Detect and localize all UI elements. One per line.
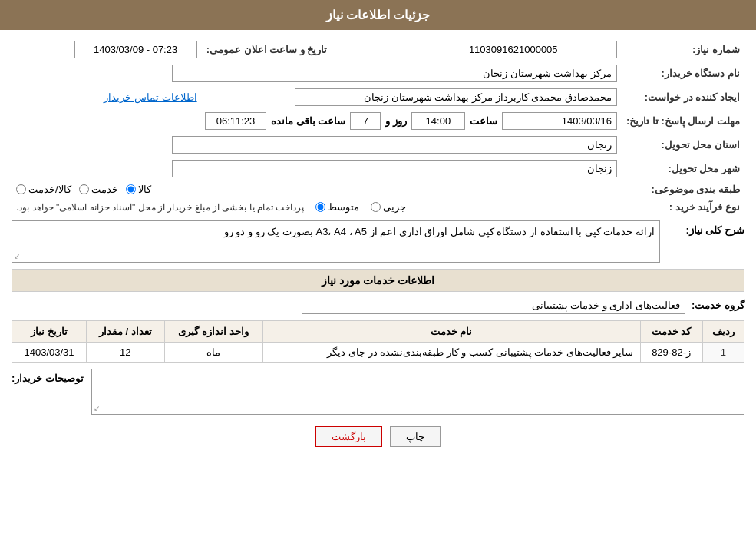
main-info-table: شماره نیاز: 1103091621000005 تاریخ و ساع… [12, 38, 744, 216]
resize-handle: ↙ [94, 404, 100, 412]
category-kala-label: کالا [138, 184, 151, 195]
category-kala-radio[interactable] [126, 184, 136, 194]
purchase-note: پرداخت تمام یا بخشی از مبلغ خریدار از مح… [16, 202, 304, 213]
city-label: شهر محل تحویل: [622, 157, 744, 181]
col-service-name: نام خدمت [262, 321, 640, 343]
category-khidmat-label: خدمت [91, 184, 118, 195]
col-row-num: ردیف [702, 321, 744, 343]
general-desc-box: ارائه خدمات کپی با استفاده از دستگاه کپی… [12, 220, 660, 263]
deadline-day-label: روز و [385, 115, 407, 127]
creator-value: محمدصادق محمدی کاربرداز مرکز بهداشت شهرس… [295, 88, 617, 106]
back-button[interactable]: بازگشت [315, 426, 382, 447]
cell-unit: ماه [164, 343, 262, 363]
buyer-notes-section: توصیحات خریدار: ↙ [12, 369, 744, 415]
page-title: جزئیات اطلاعات نیاز [326, 8, 431, 22]
general-desc-label: شرح کلی نیاز: [668, 220, 744, 236]
cell-date: 1403/03/31 [12, 343, 87, 363]
purchase-mutavasit-label: متوسط [328, 201, 359, 213]
deadline-remaining-label: ساعت باقی مانده [271, 115, 345, 127]
deadline-days: 7 [350, 112, 381, 130]
cell-row-num: 1 [702, 343, 744, 363]
general-desc-section: شرح کلی نیاز: ارائه خدمات کپی با استفاده… [12, 220, 744, 263]
purchase-jozyi-radio[interactable] [371, 202, 381, 212]
service-group-label: گروه خدمت: [692, 300, 744, 311]
table-row: 1 ز-82-829 سایر فعالیت‌های خدمات پشتیبان… [12, 343, 744, 363]
category-kala-khidmat-label: کالا/خدمت [28, 184, 71, 195]
deadline-remaining: 06:11:23 [205, 112, 266, 130]
category-kala-khidmat[interactable]: کالا/خدمت [16, 184, 71, 195]
need-number-label: شماره نیاز: [622, 38, 744, 61]
creator-label: ایجاد کننده در خواست: [622, 85, 744, 109]
buyer-org-value: مرکز بهداشت شهرستان زنجان [172, 65, 617, 82]
purchase-type-label: نوع فرآیند خرید : [622, 198, 744, 216]
general-desc-value: ارائه خدمات کپی با استفاده از دستگاه کپی… [224, 226, 655, 237]
page-header: جزئیات اطلاعات نیاز [0, 0, 756, 30]
province-value: زنجان [172, 136, 617, 154]
deadline-time: 14:00 [411, 112, 465, 130]
buyer-org-label: نام دستگاه خریدار: [622, 61, 744, 85]
col-quantity: تعداد / مقدار [87, 321, 164, 343]
footer-buttons: چاپ بازگشت [12, 426, 744, 447]
category-kala-khidmat-radio[interactable] [16, 184, 26, 194]
print-button[interactable]: چاپ [390, 426, 441, 447]
purchase-jozyi[interactable]: جزیی [371, 201, 406, 213]
announce-date-label: تاریخ و ساعت اعلان عمومی: [202, 38, 332, 61]
deadline-date: 1403/03/16 [502, 112, 617, 130]
cell-service-code: ز-82-829 [640, 343, 702, 363]
service-group-row: گروه خدمت: فعالیت‌های اداری و خدمات پشتی… [12, 297, 744, 314]
services-section-title: اطلاعات خدمات مورد نیاز [12, 269, 744, 292]
deadline-label: مهلت ارسال پاسخ: تا تاریخ: [622, 109, 744, 133]
category-label: طبقه بندی موضوعی: [622, 181, 744, 198]
col-service-code: کد خدمت [640, 321, 702, 343]
category-khidmat-radio[interactable] [79, 184, 89, 194]
buyer-notes-label: توصیحات خریدار: [12, 369, 84, 384]
service-group-value: فعالیت‌های اداری و خدمات پشتیبانی [302, 297, 685, 314]
announce-date-value: 1403/03/09 - 07:23 [74, 41, 197, 58]
col-unit: واحد اندازه گیری [164, 321, 262, 343]
cell-service-name: سایر فعالیت‌های خدمات پشتیبانی کسب و کار… [262, 343, 640, 363]
category-khidmat[interactable]: خدمت [79, 184, 118, 195]
province-label: استان محل تحویل: [622, 133, 744, 157]
city-value: زنجان [172, 160, 617, 177]
purchase-jozyi-label: جزیی [383, 201, 406, 213]
need-number-value: 1103091621000005 [464, 41, 617, 58]
cell-quantity: 12 [87, 343, 164, 363]
category-kala[interactable]: کالا [126, 184, 151, 195]
purchase-mutavasit-radio[interactable] [315, 202, 325, 212]
col-date: تاریخ نیاز [12, 321, 87, 343]
deadline-time-label: ساعت [470, 115, 497, 127]
buyer-notes-box: ↙ [91, 369, 744, 415]
contact-info-link[interactable]: اطلاعات تماس خریدار [104, 91, 196, 103]
purchase-mutavasit[interactable]: متوسط [315, 201, 359, 213]
services-table: ردیف کد خدمت نام خدمت واحد اندازه گیری ت… [12, 320, 744, 363]
